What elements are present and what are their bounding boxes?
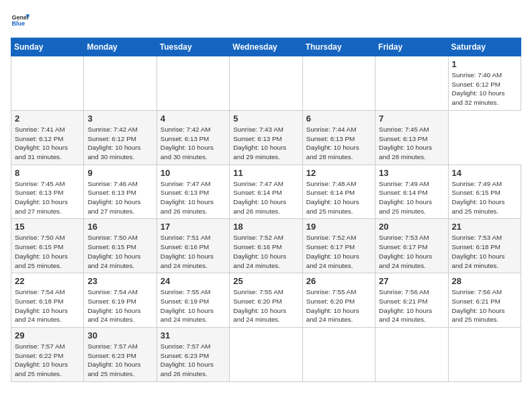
calendar-cell: 19 Sunrise: 7:52 AMSunset: 6:17 PMDaylig… — [302, 219, 375, 273]
day-number: 16 — [87, 222, 152, 232]
day-number: 10 — [161, 168, 226, 178]
calendar-cell: 11 Sunrise: 7:47 AMSunset: 6:14 PMDaylig… — [230, 165, 302, 219]
calendar-header-row: SundayMondayTuesdayWednesdayThursdayFrid… — [11, 38, 521, 56]
calendar-cell: 26 Sunrise: 7:55 AMSunset: 6:20 PMDaylig… — [302, 273, 375, 328]
calendar-week-row: 22 Sunrise: 7:54 AMSunset: 6:18 PMDaylig… — [11, 273, 521, 328]
day-info: Sunrise: 7:51 AMSunset: 6:16 PMDaylight:… — [161, 234, 214, 269]
calendar-cell: 5 Sunrise: 7:43 AMSunset: 6:13 PMDayligh… — [230, 110, 302, 165]
calendar-cell: 29 Sunrise: 7:57 AMSunset: 6:22 PMDaylig… — [11, 328, 84, 382]
calendar-cell: 15 Sunrise: 7:50 AMSunset: 6:15 PMDaylig… — [11, 219, 84, 273]
day-number: 20 — [379, 222, 444, 232]
day-number: 9 — [87, 168, 152, 178]
calendar-cell — [230, 328, 302, 382]
day-header-thursday: Thursday — [302, 38, 375, 56]
calendar-cell: 7 Sunrise: 7:45 AMSunset: 6:13 PMDayligh… — [375, 110, 448, 165]
calendar-cell: 17 Sunrise: 7:51 AMSunset: 6:16 PMDaylig… — [157, 219, 229, 273]
day-number: 30 — [87, 330, 152, 340]
day-number: 31 — [161, 330, 226, 340]
day-number: 29 — [15, 330, 80, 340]
day-number: 27 — [379, 276, 444, 286]
day-number: 18 — [233, 222, 298, 232]
calendar-cell: 1 Sunrise: 7:40 AMSunset: 6:12 PMDayligh… — [448, 56, 521, 111]
calendar-cell: 21 Sunrise: 7:53 AMSunset: 6:18 PMDaylig… — [448, 219, 521, 273]
calendar-cell: 31 Sunrise: 7:57 AMSunset: 6:23 PMDaylig… — [157, 328, 229, 382]
calendar-cell — [375, 328, 448, 382]
day-number: 15 — [15, 222, 80, 232]
calendar-cell: 6 Sunrise: 7:44 AMSunset: 6:13 PMDayligh… — [302, 110, 375, 165]
day-info: Sunrise: 7:54 AMSunset: 6:18 PMDaylight:… — [15, 288, 68, 323]
day-info: Sunrise: 7:55 AMSunset: 6:19 PMDaylight:… — [161, 288, 214, 323]
day-number: 1 — [452, 59, 517, 69]
day-number: 26 — [306, 276, 371, 286]
day-info: Sunrise: 7:57 AMSunset: 6:23 PMDaylight:… — [87, 342, 140, 377]
day-header-sunday: Sunday — [11, 38, 84, 56]
calendar-cell — [302, 56, 375, 111]
day-header-monday: Monday — [84, 38, 157, 56]
day-header-wednesday: Wednesday — [230, 38, 302, 56]
day-number: 11 — [233, 168, 298, 178]
calendar-cell: 30 Sunrise: 7:57 AMSunset: 6:23 PMDaylig… — [84, 328, 157, 382]
day-info: Sunrise: 7:40 AMSunset: 6:12 PMDaylight:… — [452, 71, 505, 106]
calendar-cell — [302, 328, 375, 382]
day-info: Sunrise: 7:52 AMSunset: 6:17 PMDaylight:… — [306, 234, 359, 269]
day-info: Sunrise: 7:57 AMSunset: 6:23 PMDaylight:… — [161, 342, 214, 377]
day-info: Sunrise: 7:56 AMSunset: 6:21 PMDaylight:… — [452, 288, 505, 323]
day-info: Sunrise: 7:49 AMSunset: 6:15 PMDaylight:… — [452, 180, 505, 215]
day-info: Sunrise: 7:49 AMSunset: 6:14 PMDaylight:… — [379, 180, 432, 215]
day-header-tuesday: Tuesday — [157, 38, 229, 56]
calendar-cell: 20 Sunrise: 7:53 AMSunset: 6:17 PMDaylig… — [375, 219, 448, 273]
calendar-cell: 10 Sunrise: 7:47 AMSunset: 6:13 PMDaylig… — [157, 165, 229, 219]
calendar-cell — [375, 56, 448, 111]
logo: General Blue — [11, 11, 30, 30]
day-info: Sunrise: 7:55 AMSunset: 6:20 PMDaylight:… — [233, 288, 286, 323]
calendar-week-row: 15 Sunrise: 7:50 AMSunset: 6:15 PMDaylig… — [11, 219, 521, 273]
calendar-cell — [157, 56, 229, 111]
day-number: 22 — [15, 276, 80, 286]
day-number: 28 — [452, 276, 517, 286]
day-number: 24 — [161, 276, 226, 286]
calendar-cell: 28 Sunrise: 7:56 AMSunset: 6:21 PMDaylig… — [448, 273, 521, 328]
day-header-friday: Friday — [375, 38, 448, 56]
calendar-cell: 16 Sunrise: 7:50 AMSunset: 6:15 PMDaylig… — [84, 219, 157, 273]
calendar-cell: 8 Sunrise: 7:45 AMSunset: 6:13 PMDayligh… — [11, 165, 84, 219]
day-info: Sunrise: 7:45 AMSunset: 6:13 PMDaylight:… — [15, 180, 68, 215]
logo-icon: General Blue — [11, 11, 30, 30]
calendar-body: 1 Sunrise: 7:40 AMSunset: 6:12 PMDayligh… — [11, 56, 521, 382]
day-info: Sunrise: 7:56 AMSunset: 6:21 PMDaylight:… — [379, 288, 432, 323]
day-info: Sunrise: 7:48 AMSunset: 6:14 PMDaylight:… — [306, 180, 359, 215]
day-info: Sunrise: 7:52 AMSunset: 6:16 PMDaylight:… — [233, 234, 286, 269]
calendar-cell: 2 Sunrise: 7:41 AMSunset: 6:12 PMDayligh… — [11, 110, 84, 165]
day-number: 17 — [161, 222, 226, 232]
day-number: 21 — [452, 222, 517, 232]
day-info: Sunrise: 7:50 AMSunset: 6:15 PMDaylight:… — [87, 234, 140, 269]
day-info: Sunrise: 7:41 AMSunset: 6:12 PMDaylight:… — [15, 126, 68, 161]
calendar-cell: 13 Sunrise: 7:49 AMSunset: 6:14 PMDaylig… — [375, 165, 448, 219]
svg-text:Blue: Blue — [11, 20, 25, 27]
calendar-cell: 24 Sunrise: 7:55 AMSunset: 6:19 PMDaylig… — [157, 273, 229, 328]
calendar-cell: 22 Sunrise: 7:54 AMSunset: 6:18 PMDaylig… — [11, 273, 84, 328]
calendar-cell: 18 Sunrise: 7:52 AMSunset: 6:16 PMDaylig… — [230, 219, 302, 273]
day-number: 4 — [161, 113, 226, 124]
day-info: Sunrise: 7:53 AMSunset: 6:17 PMDaylight:… — [379, 234, 432, 269]
calendar-cell — [11, 56, 84, 111]
calendar-cell: 25 Sunrise: 7:55 AMSunset: 6:20 PMDaylig… — [230, 273, 302, 328]
calendar-cell — [84, 56, 157, 111]
day-number: 8 — [15, 168, 80, 178]
calendar-cell: 23 Sunrise: 7:54 AMSunset: 6:19 PMDaylig… — [84, 273, 157, 328]
day-info: Sunrise: 7:57 AMSunset: 6:22 PMDaylight:… — [15, 342, 68, 377]
day-info: Sunrise: 7:50 AMSunset: 6:15 PMDaylight:… — [15, 234, 68, 269]
day-info: Sunrise: 7:46 AMSunset: 6:13 PMDaylight:… — [87, 180, 140, 215]
calendar-week-row: 2 Sunrise: 7:41 AMSunset: 6:12 PMDayligh… — [11, 110, 521, 165]
calendar-cell: 14 Sunrise: 7:49 AMSunset: 6:15 PMDaylig… — [448, 165, 521, 219]
calendar-cell: 4 Sunrise: 7:42 AMSunset: 6:13 PMDayligh… — [157, 110, 229, 165]
day-info: Sunrise: 7:42 AMSunset: 6:12 PMDaylight:… — [87, 126, 140, 161]
calendar-week-row: 29 Sunrise: 7:57 AMSunset: 6:22 PMDaylig… — [11, 328, 521, 382]
day-info: Sunrise: 7:54 AMSunset: 6:19 PMDaylight:… — [87, 288, 140, 323]
day-number: 7 — [379, 113, 444, 124]
day-info: Sunrise: 7:43 AMSunset: 6:13 PMDaylight:… — [233, 126, 286, 161]
day-number: 3 — [87, 113, 152, 124]
day-number: 19 — [306, 222, 371, 232]
calendar-cell: 3 Sunrise: 7:42 AMSunset: 6:12 PMDayligh… — [84, 110, 157, 165]
day-info: Sunrise: 7:42 AMSunset: 6:13 PMDaylight:… — [161, 126, 214, 161]
day-info: Sunrise: 7:53 AMSunset: 6:18 PMDaylight:… — [452, 234, 505, 269]
